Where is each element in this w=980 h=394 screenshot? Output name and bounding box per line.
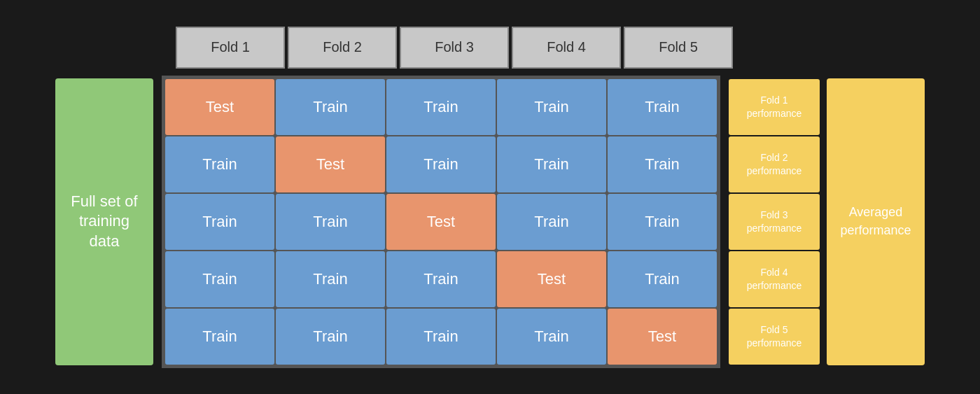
fold2-performance: Fold 2performance [729, 136, 820, 192]
cell-r1-c2: Train [276, 79, 385, 135]
cell-r3-c1: Train [165, 194, 274, 250]
cell-r5-c5: Test [608, 309, 717, 365]
fold-header-5: Fold 5 [624, 27, 733, 69]
fold5-performance: Fold 5performance [729, 309, 820, 365]
cell-r3-c5: Train [608, 194, 717, 250]
fold-header-2: Fold 2 [288, 27, 397, 69]
cell-r1-c3: Train [386, 79, 496, 135]
fold-header-3: Fold 3 [400, 27, 509, 69]
fold1-performance: Fold 1performance [729, 79, 820, 135]
averaged-performance-label: Averaged performance [827, 78, 925, 365]
cell-r1-c4: Train [497, 79, 606, 135]
cell-r5-c2: Train [276, 309, 385, 365]
cell-r5-c1: Train [165, 309, 274, 365]
cell-r4-c1: Train [165, 251, 274, 307]
fold-grid: Test Train Train Train Train Train Test … [162, 76, 720, 368]
full-training-data-label: Full set of training data [55, 78, 153, 365]
fold-header-4: Fold 4 [512, 27, 621, 69]
grid-row-4: Train Train Train Test Train [165, 251, 717, 307]
cell-r4-c2: Train [276, 251, 385, 307]
fold4-performance: Fold 4performance [729, 251, 820, 307]
main-area: Full set of training data Test Train Tra… [55, 76, 925, 368]
cell-r3-c2: Train [276, 194, 385, 250]
cell-r4-c5: Train [608, 251, 717, 307]
grid-row-2: Train Test Train Train Train [165, 136, 717, 192]
cell-r5-c4: Train [497, 309, 606, 365]
cell-r2-c5: Train [608, 136, 717, 192]
cell-r3-c4: Train [497, 194, 606, 250]
performance-column: Fold 1performance Fold 2performance Fold… [729, 79, 820, 365]
right-area: Fold 1performance Fold 2performance Fold… [729, 78, 925, 365]
fold-header-1: Fold 1 [176, 27, 285, 69]
cell-r4-c3: Train [386, 251, 496, 307]
cell-r4-c4: Test [497, 251, 606, 307]
cell-r2-c1: Train [165, 136, 274, 192]
cell-r5-c3: Train [386, 309, 496, 365]
grid-row-1: Test Train Train Train Train [165, 79, 717, 135]
cell-r2-c4: Train [497, 136, 606, 192]
grid-row-5: Train Train Train Train Test [165, 309, 717, 365]
grid-row-3: Train Train Test Train Train [165, 194, 717, 250]
cross-validation-diagram: Fold 1 Fold 2 Fold 3 Fold 4 Fold 5 Full … [55, 27, 925, 368]
cell-r3-c3: Test [386, 194, 496, 250]
fold3-performance: Fold 3performance [729, 194, 820, 250]
header-row: Fold 1 Fold 2 Fold 3 Fold 4 Fold 5 [174, 27, 734, 69]
cell-r1-c5: Train [608, 79, 717, 135]
cell-r2-c2: Test [276, 136, 385, 192]
cell-r2-c3: Train [386, 136, 496, 192]
cell-r1-c1: Test [165, 79, 274, 135]
